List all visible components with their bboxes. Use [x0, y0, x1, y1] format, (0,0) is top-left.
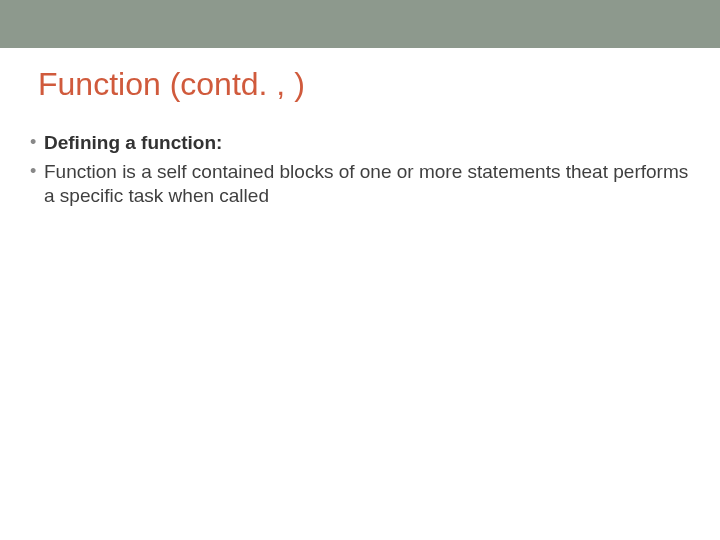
bullet-text: Defining a function: — [44, 132, 222, 153]
top-accent-bar — [0, 0, 720, 48]
bullet-text: Function is a self contained blocks of o… — [44, 161, 688, 207]
slide-content: Defining a function: Function is a self … — [30, 131, 690, 209]
slide-title: Function (contd. , ) — [38, 66, 720, 103]
bullet-list: Defining a function: Function is a self … — [30, 131, 690, 209]
bullet-item: Function is a self contained blocks of o… — [30, 160, 690, 209]
bullet-item: Defining a function: — [30, 131, 690, 156]
